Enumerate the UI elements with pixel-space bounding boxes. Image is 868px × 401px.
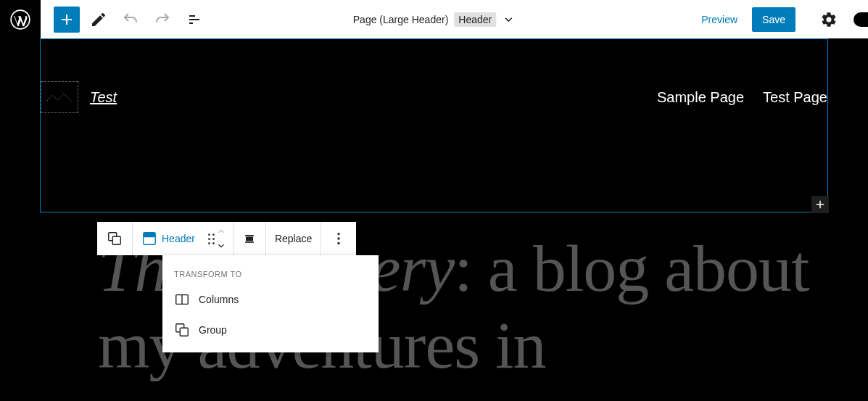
editor-canvas: Test Sample Page Test Page (0, 38, 868, 212)
nav-link[interactable]: Test Page (763, 89, 827, 106)
nav-link[interactable]: Sample Page (657, 89, 744, 106)
popover-title: Transform to (162, 262, 379, 284)
transform-option-group[interactable]: Group (162, 315, 379, 345)
svg-point-17 (338, 242, 340, 244)
block-movers (214, 224, 233, 253)
view-toggle-icon[interactable] (853, 12, 868, 27)
block-toolbar: Header Replace (97, 222, 356, 255)
image-placeholder-icon (46, 90, 73, 104)
block-type-label: Header (162, 233, 195, 244)
drag-handle[interactable] (204, 233, 214, 244)
editor-topbar: Page (Large Header) Header Preview Save (0, 0, 868, 38)
svg-rect-21 (180, 328, 188, 336)
align-button[interactable] (233, 222, 265, 255)
page-template-label: Page (Large Header) (353, 14, 449, 25)
move-up-button[interactable] (214, 224, 228, 239)
svg-point-15 (338, 233, 340, 235)
group-icon (174, 322, 190, 338)
parent-block-button[interactable] (97, 222, 132, 255)
undo-button[interactable] (117, 7, 144, 33)
nav-menu: Sample Page Test Page (657, 89, 827, 106)
more-options-button[interactable] (321, 222, 356, 255)
transform-popover: Transform to Columns Group (162, 255, 379, 352)
edit-tool-button[interactable] (86, 7, 112, 33)
toolbar-left (41, 7, 207, 33)
list-view-button[interactable] (181, 7, 207, 33)
block-type-button[interactable]: Header (133, 222, 204, 255)
append-block-button[interactable] (811, 196, 829, 213)
settings-button[interactable] (816, 7, 842, 33)
header-inner: Test Sample Page Test Page (41, 39, 827, 113)
preview-button[interactable]: Preview (693, 8, 746, 31)
wordpress-logo[interactable] (0, 0, 41, 38)
header-template-block[interactable]: Test Sample Page Test Page (40, 38, 828, 212)
svg-rect-9 (112, 236, 120, 244)
replace-button[interactable]: Replace (266, 222, 321, 255)
site-title[interactable]: Test (90, 89, 117, 106)
move-down-button[interactable] (214, 239, 228, 253)
transform-option-label: Group (199, 324, 227, 336)
document-title[interactable]: Page (Large Header) Header (353, 12, 515, 27)
toolbar-right: Preview Save (693, 7, 868, 33)
svg-rect-13 (247, 237, 252, 240)
transform-option-label: Columns (199, 294, 239, 305)
redo-button[interactable] (149, 7, 175, 33)
columns-icon (174, 292, 190, 307)
chevron-down-icon (502, 13, 515, 26)
add-block-button[interactable] (54, 7, 80, 33)
site-logo-placeholder[interactable] (41, 81, 78, 113)
transform-option-columns[interactable]: Columns (162, 284, 379, 315)
template-part-badge: Header (454, 12, 496, 27)
svg-point-16 (338, 237, 340, 239)
save-button[interactable]: Save (752, 7, 795, 32)
site-branding: Test (41, 81, 117, 113)
svg-rect-11 (144, 233, 156, 237)
